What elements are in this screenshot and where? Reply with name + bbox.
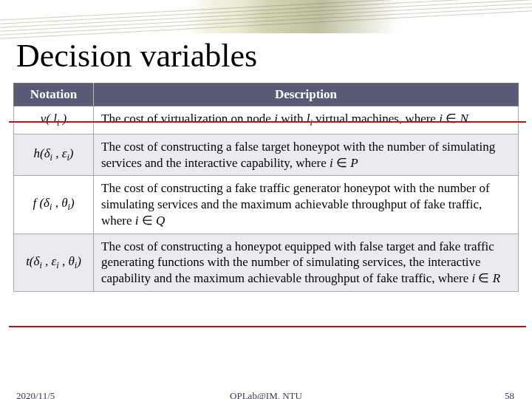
footer-center: OPLab@IM, NTU [230, 390, 302, 399]
red-strike-line [9, 121, 526, 123]
header-notation: Notation [14, 83, 94, 106]
notation-cell: h(δi , εi) [14, 134, 94, 176]
description-cell: The cost of virtualization on node i wit… [94, 106, 519, 134]
table-row: v( li )The cost of virtualization on nod… [14, 106, 519, 134]
variables-table-container: Notation Description v( li )The cost of … [13, 83, 519, 292]
description-cell: The cost of constructing a fake traffic … [94, 176, 519, 233]
notation-cell: f (δi , θi) [14, 176, 94, 233]
red-strike-line [9, 326, 526, 327]
table-header-row: Notation Description [14, 83, 519, 106]
slide-top-decoration [0, 0, 532, 33]
notation-cell: v( li ) [14, 106, 94, 134]
table-row: f (δi , θi)The cost of constructing a fa… [14, 176, 519, 233]
footer-date: 2020/11/5 [16, 390, 55, 399]
table-row: t(δi , εi , θi)The cost of constructing … [14, 233, 519, 291]
footer-page-number: 58 [505, 390, 514, 399]
description-cell: The cost of constructing a false target … [94, 134, 519, 176]
slide-title: Decision variables [16, 37, 257, 75]
notation-cell: t(δi , εi , θi) [14, 233, 94, 291]
header-description: Description [94, 83, 519, 106]
table-row: h(δi , εi)The cost of constructing a fal… [14, 134, 519, 176]
variables-table: Notation Description v( li )The cost of … [13, 83, 519, 292]
description-cell: The cost of constructing a honeypot equi… [94, 233, 519, 291]
